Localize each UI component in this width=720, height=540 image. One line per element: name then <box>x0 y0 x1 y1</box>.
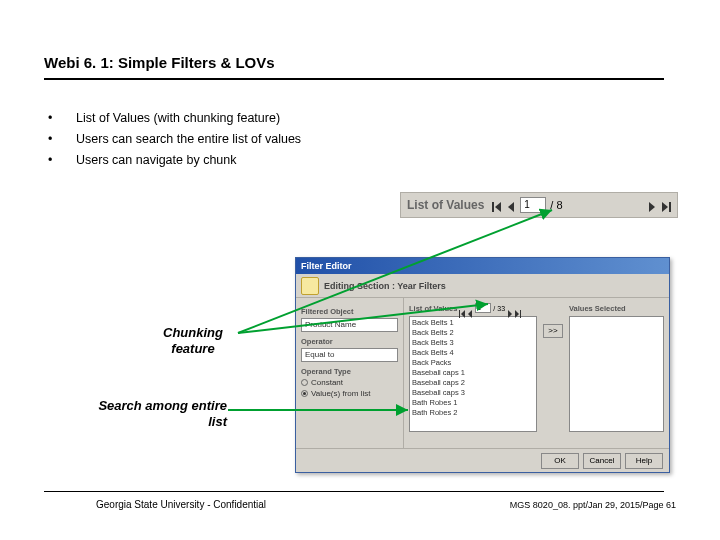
footer-right: MGS 8020_08. ppt/Jan 29, 2015/Page 61 <box>510 500 676 510</box>
footer-rule <box>44 491 664 492</box>
footer-left: Georgia State University - Confidential <box>96 499 266 510</box>
arrow-search-to-dialog <box>0 0 720 540</box>
